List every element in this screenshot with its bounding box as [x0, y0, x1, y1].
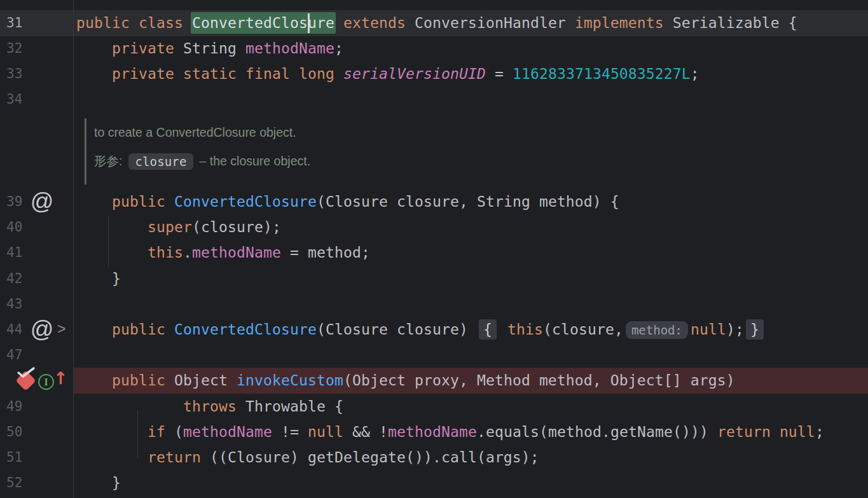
code-line-48[interactable]: public Object invokeCustom(Object proxy,…: [76, 368, 735, 393]
line-number-49[interactable]: 49: [6, 394, 51, 419]
token: methodName: [183, 424, 272, 440]
token: super: [148, 219, 192, 235]
token: [165, 193, 174, 210]
token: public: [112, 372, 165, 389]
token: [76, 219, 148, 235]
breakpoint-verified-check-icon: [17, 366, 36, 379]
token: );: [726, 321, 744, 338]
code-line-33[interactable]: private static final long serialVersionU…: [76, 61, 699, 86]
token: [76, 193, 112, 210]
token: public class: [76, 15, 192, 31]
token: ;: [691, 66, 699, 82]
token: ConversionHandler: [406, 15, 575, 31]
code-line-32[interactable]: private String methodName;: [76, 36, 343, 61]
token: =: [486, 66, 513, 82]
token: if: [148, 424, 165, 440]
token: invokeCustom: [237, 372, 343, 389]
token: [76, 244, 148, 261]
token: this: [148, 244, 183, 261]
implements-circle-icon: I: [38, 374, 54, 390]
text-caret: [308, 13, 310, 33]
token: (Object proxy, Method method, Object[] a…: [343, 372, 735, 389]
token: methodName: [245, 40, 334, 57]
token: ConvertedClosure: [174, 193, 317, 210]
token: !=: [272, 424, 308, 440]
line-number-33[interactable]: 33: [6, 61, 51, 86]
line-number-41[interactable]: 41: [6, 240, 51, 265]
token: methodName: [192, 244, 281, 261]
code-line-49[interactable]: throws Throwable {: [76, 394, 343, 419]
code-layer: 31public class ConvertedClosure extends …: [0, 0, 868, 498]
code-line-50[interactable]: if (methodName != null && !methodName.eq…: [76, 419, 824, 445]
line-number-50[interactable]: 50: [6, 419, 51, 445]
navigate-up-arrow-icon: ↑: [53, 368, 68, 388]
token: [76, 424, 148, 440]
code-line-40[interactable]: super(closure);: [76, 214, 281, 240]
token: [76, 66, 112, 82]
token: (Closure closure): [317, 321, 477, 338]
token: (closure);: [192, 219, 281, 235]
doc-render-toggle-icon[interactable]: @: [29, 317, 55, 342]
token: [334, 66, 343, 82]
line-number-42[interactable]: 42: [6, 266, 51, 291]
token: methodName: [388, 424, 477, 440]
token: }: [76, 474, 121, 491]
token: null: [308, 424, 343, 440]
token: (closure,: [543, 321, 623, 338]
code-line-39[interactable]: public ConvertedClosure(Closure closure,…: [76, 189, 619, 214]
token: 1162833713450835227L: [513, 66, 691, 82]
code-line-52[interactable]: }: [76, 470, 121, 495]
token: [76, 398, 183, 415]
token: Serializable {: [664, 15, 797, 31]
token: throws: [183, 398, 237, 415]
token: (: [165, 424, 183, 440]
token: [76, 321, 112, 338]
token: && !: [343, 424, 388, 440]
line-number-47[interactable]: 47: [6, 342, 51, 368]
line-number-52[interactable]: 52: [6, 470, 51, 495]
line-number-51[interactable]: 51: [6, 445, 51, 470]
token: .: [183, 244, 192, 261]
code-line-44[interactable]: public ConvertedClosure(Closure closure)…: [76, 317, 766, 342]
token: ;: [815, 424, 824, 440]
token: [771, 424, 780, 440]
line-number-43[interactable]: 43: [6, 291, 51, 317]
code-editor[interactable]: to create a ConvertedClosure object. 形参:…: [0, 0, 868, 498]
token: ;: [334, 40, 343, 57]
token: (Closure closure, String method) {: [317, 193, 619, 210]
code-line-31[interactable]: public class ConvertedClosure extends Co…: [76, 10, 797, 36]
token: [76, 449, 148, 466]
token: extends: [343, 15, 406, 31]
token: [334, 15, 343, 31]
token: Object: [165, 372, 237, 389]
line-number-31[interactable]: 31: [6, 10, 51, 36]
line-number-32[interactable]: 32: [6, 36, 51, 61]
token: ((Closure) getDelegate()).call(args);: [201, 449, 539, 466]
code-line-51[interactable]: return ((Closure) getDelegate()).call(ar…: [76, 445, 539, 470]
folded-brace-chip[interactable]: }: [746, 319, 764, 340]
token: [76, 40, 112, 57]
token: ConvertedClosure: [174, 321, 317, 338]
token: private static final long: [112, 66, 334, 82]
parameter-hint-inlay: method:: [626, 321, 688, 339]
token: .equals(method.getName())): [477, 424, 717, 440]
line-number-40[interactable]: 40: [6, 214, 51, 240]
token: serialVersionUID: [343, 66, 486, 82]
fold-chevron-right-icon[interactable]: >: [57, 317, 70, 342]
token: public: [112, 193, 165, 210]
token: return: [148, 449, 201, 466]
code-line-42[interactable]: }: [76, 266, 121, 291]
token: return: [717, 424, 771, 440]
token: this: [499, 321, 543, 338]
token: }: [76, 270, 121, 287]
token: implements: [575, 15, 664, 31]
token: null: [691, 321, 726, 338]
folded-brace-chip[interactable]: {: [479, 319, 497, 340]
implements-method-icon[interactable]: I ↑: [38, 372, 66, 391]
token: = method;: [281, 244, 370, 261]
line-number-34[interactable]: 34: [6, 86, 51, 112]
token: Throwable {: [237, 398, 343, 415]
doc-render-toggle-icon[interactable]: @: [29, 189, 55, 214]
token: private: [112, 40, 174, 57]
code-line-41[interactable]: this.methodName = method;: [76, 240, 370, 265]
